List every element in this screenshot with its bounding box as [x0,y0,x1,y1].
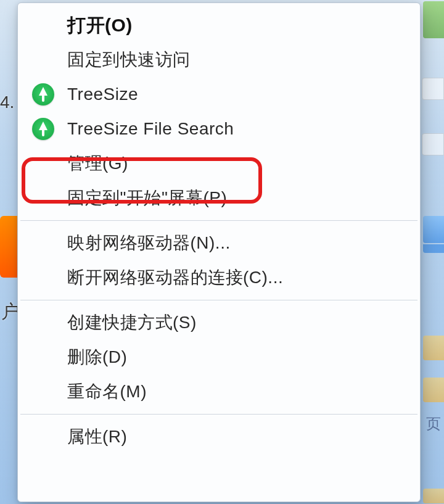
drive-icon [423,244,444,253]
menu-item-map-network-drive[interactable]: 映射网络驱动器(N)... [18,226,420,260]
menu-item-label: 删除(D) [67,340,127,374]
menu-item-disconnect-network-drive[interactable]: 断开网络驱动器的连接(C)... [18,260,420,295]
desktop-app-icon [0,216,17,278]
menu-item-label: 属性(R) [67,419,127,454]
treesize-icon [31,117,55,141]
menu-item-pin-start[interactable]: 固定到"开始"屏幕(P) [18,181,420,215]
menu-item-label: 打开(O) [67,8,133,43]
menu-item-pin-quick-access[interactable]: 固定到快速访问 [18,43,420,77]
fragment-text: 页 [423,413,444,434]
left-desktop-fragments: 4. 户 [0,0,18,504]
menu-item-label: 创建快捷方式(S) [67,305,197,340]
menu-item-properties[interactable]: 属性(R) [18,419,420,454]
menu-item-label: 断开网络驱动器的连接(C)... [67,260,283,295]
menu-separator [20,220,417,221]
context-menu[interactable]: 打开(O) 固定到快速访问 TreeSize TreeSize File Sea… [17,2,421,502]
treesize-icon [31,83,55,106]
menu-separator [20,300,417,300]
folder-icon [423,489,444,503]
menu-item-label: TreeSize File Search [67,112,234,146]
menu-item-label: 固定到"开始"屏幕(P) [67,181,227,215]
drive-icon [423,216,444,243]
menu-item-manage[interactable]: 管理(G) [18,146,420,181]
menu-item-label: 固定到快速访问 [67,43,191,77]
desktop-viewport: 4. 户 页 打开(O) 固定到快速访问 TreeSize TreeSize F… [0,0,444,504]
drive-icon [423,1,444,38]
file-icon [422,133,444,155]
menu-item-rename[interactable]: 重命名(M) [18,374,420,409]
folder-icon [423,378,444,402]
file-icon [422,78,444,100]
menu-separator [20,414,417,415]
menu-item-open[interactable]: 打开(O) [18,8,420,43]
menu-item-treesize-file-search[interactable]: TreeSize File Search [18,112,420,146]
menu-item-delete[interactable]: 删除(D) [18,340,420,374]
menu-item-label: TreeSize [67,77,138,112]
menu-item-label: 管理(G) [67,146,128,181]
fragment-text: 4. [0,93,14,112]
menu-item-create-shortcut[interactable]: 创建快捷方式(S) [18,305,420,340]
menu-item-treesize[interactable]: TreeSize [18,77,420,112]
right-desktop-fragments: 页 [422,0,444,504]
menu-item-label: 重命名(M) [67,374,147,409]
folder-icon [423,336,444,360]
menu-item-label: 映射网络驱动器(N)... [67,226,231,260]
